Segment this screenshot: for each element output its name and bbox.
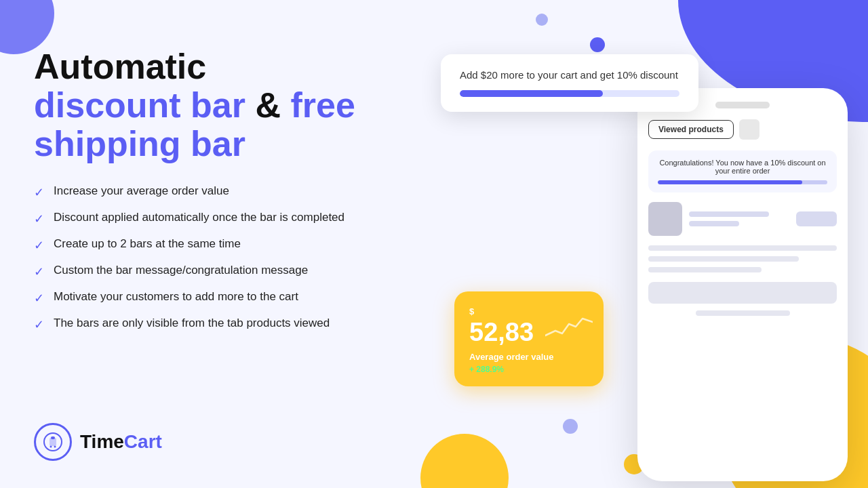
viewed-products-button[interactable]: Viewed products [648,120,734,139]
feature-item: ✓Custom the bar message/congratulation m… [34,264,387,279]
congrats-section: Congratulations! You now have a 10% disc… [648,150,837,192]
feature-text: Create up to 2 bars at the same time [54,237,241,251]
feature-text: Motivate your customers to add more to t… [54,290,298,304]
headline-discount-bar: discount bar [34,85,245,125]
discount-bar-text: Add $20 more to your cart and get 10% di… [460,69,679,81]
headline-ampersand: & [245,85,290,125]
stats-label: Average order value [469,352,589,362]
bg-circle-mid-top [536,14,548,26]
congrats-text: Congratulations! You now have a 10% disc… [658,159,827,175]
logo-area: TimeCart [34,423,162,461]
logo-time: Time [80,431,124,452]
feature-item: ✓Increase your average order value [34,184,387,200]
logo-svg [42,431,64,453]
svg-point-4 [54,446,56,448]
headline-free: free [290,85,355,125]
features-list: ✓Increase your average order value✓Disco… [34,184,387,332]
check-icon: ✓ [34,185,44,200]
svg-point-3 [50,446,52,448]
feature-item: ✓The bars are only visible from the tab … [34,317,387,332]
phone-product-row [648,202,837,236]
feature-text: Discount applied automatically once the … [54,211,344,224]
progress-bar-bg [460,90,679,97]
progress-bar-fill [460,90,603,97]
phone-mockup: Viewed products Congratulations! You now… [637,88,848,481]
feature-text: Increase your average order value [54,184,229,198]
viewed-icon-box [739,119,760,140]
logo-icon [34,423,72,461]
logo-text: TimeCart [80,431,162,453]
feature-item: ✓Discount applied automatically once the… [34,211,387,226]
check-icon: ✓ [34,211,44,226]
svg-rect-2 [51,436,55,439]
check-icon: ✓ [34,317,44,332]
check-icon: ✓ [34,238,44,253]
skeleton-small-center [696,310,790,316]
phone-product-lines [689,211,789,226]
phone-line-long [689,211,769,217]
chart-svg [545,312,593,342]
skeleton-cta [648,282,837,304]
skeleton-row-3 [648,267,762,272]
phone-product-image [648,202,682,236]
skeleton-rows [648,245,837,272]
feature-text: The bars are only visible from the tab p… [54,317,330,330]
feature-item: ✓Create up to 2 bars at the same time [34,237,387,253]
left-content: Automatic discount bar & free shipping b… [34,47,387,359]
headline-shipping-bar: shipping bar [34,124,245,163]
skeleton-row-1 [648,245,837,251]
bg-circle-top-left [0,0,54,54]
phone-line-short [689,221,739,226]
headline-line1: Automatic [34,47,206,86]
phone-notch [715,102,770,108]
feature-item: ✓Motivate your customers to add more to … [34,290,387,306]
phone-price-badge [796,211,837,226]
congrats-bar-bg [658,180,827,184]
mini-chart [545,312,593,345]
stats-change: + 288.9% [469,365,589,374]
stats-card: $ 52,83 Average order value + 288.9% [454,291,604,386]
check-icon: ✓ [34,291,44,306]
discount-bar-card: Add $20 more to your cart and get 10% di… [441,54,698,112]
congrats-bar-fill [658,180,802,184]
feature-text: Custom the bar message/congratulation me… [54,264,308,277]
headline: Automatic discount bar & free shipping b… [34,47,387,164]
phone-inner: Viewed products Congratulations! You now… [637,88,848,329]
phone-area: Add $20 more to your cart and get 10% di… [414,34,848,468]
viewed-products-area: Viewed products [648,119,837,140]
logo-cart: Cart [124,431,162,452]
check-icon: ✓ [34,264,44,279]
skeleton-row-2 [648,256,799,262]
